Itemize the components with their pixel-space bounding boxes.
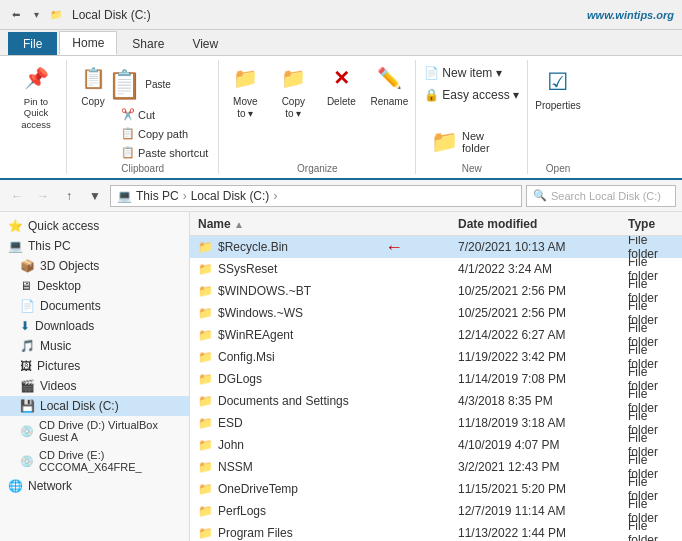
- new-item-button[interactable]: 📄 New item ▾: [420, 64, 523, 82]
- paste-shortcut-button[interactable]: 📋 Paste shortcut: [117, 144, 212, 161]
- new-folder-button[interactable]: 📁 New folder: [420, 127, 500, 157]
- sidebar-item-desktop[interactable]: 🖥 Desktop: [0, 276, 189, 296]
- file-name-text: DGLogs: [218, 372, 262, 386]
- copypaste-content: 📋 Copy 📋 Paste ✂️ Cut 📋 Copy path 📋: [73, 60, 212, 161]
- cd-drive-e-label: CD Drive (E:) CCCOMA_X64FRE_: [39, 449, 181, 473]
- nav-back-button[interactable]: ←: [6, 185, 28, 207]
- title-bar-text: Local Disk (C:): [72, 8, 151, 22]
- table-row[interactable]: 📁 $Recycle.Bin ← 7/20/2021 10:13 AM File…: [190, 236, 682, 258]
- file-date-cell: 4/10/2019 4:07 PM: [450, 438, 620, 452]
- sidebar-item-quick-access[interactable]: ⭐ Quick access: [0, 216, 189, 236]
- paste-button[interactable]: 📋 Paste: [117, 64, 161, 104]
- file-date-cell: 7/20/2021 10:13 AM: [450, 240, 620, 254]
- table-row[interactable]: 📁 $Windows.~WS 10/25/2021 2:56 PM File f…: [190, 302, 682, 324]
- sort-arrow: ▲: [234, 219, 244, 230]
- nav-forward-button[interactable]: →: [32, 185, 54, 207]
- ribbon-group-new: 📄 New item ▾ 🔒 Easy access ▾ 📁 New folde…: [416, 60, 528, 174]
- easy-access-button[interactable]: 🔒 Easy access ▾: [420, 86, 523, 104]
- sidebar-item-downloads[interactable]: ⬇ Downloads: [0, 316, 189, 336]
- tab-file[interactable]: File: [8, 32, 57, 55]
- col-type-header[interactable]: Type: [620, 217, 682, 231]
- properties-button[interactable]: ☑ Properties: [532, 64, 584, 114]
- table-row[interactable]: 📁 $WinREAgent 12/14/2022 6:27 AM File fo…: [190, 324, 682, 346]
- back-icon: ⬅: [8, 7, 24, 23]
- file-name-text: $WinREAgent: [218, 328, 293, 342]
- sidebar-item-music[interactable]: 🎵 Music: [0, 336, 189, 356]
- col-name-header[interactable]: Name ▲: [190, 217, 450, 231]
- nav-recent-button[interactable]: ▼: [84, 185, 106, 207]
- col-date-header[interactable]: Date modified: [450, 217, 620, 231]
- copy-icon: 📋: [77, 62, 109, 94]
- table-row[interactable]: 📁 Config.Msi 11/19/2022 3:42 PM File fol…: [190, 346, 682, 368]
- sidebar-item-documents[interactable]: 📄 Documents: [0, 296, 189, 316]
- address-path[interactable]: 💻 This PC › Local Disk (C:) ›: [110, 185, 522, 207]
- table-row[interactable]: 📁 PerfLogs 12/7/2019 11:14 AM File folde…: [190, 500, 682, 522]
- table-row[interactable]: 📁 OneDriveTemp 11/15/2021 5:20 PM File f…: [190, 478, 682, 500]
- file-name-cell: 📁 $WINDOWS.~BT: [190, 284, 450, 298]
- sidebar-item-videos[interactable]: 🎬 Videos: [0, 376, 189, 396]
- title-bar-icons: ⬅ ▾ 📁: [8, 7, 64, 23]
- sidebar: ⭐ Quick access 💻 This PC 📦 3D Objects 🖥 …: [0, 212, 190, 541]
- copy-to-button[interactable]: 📁 Copy to ▾: [271, 60, 315, 122]
- network-icon: 🌐: [8, 479, 23, 493]
- table-row[interactable]: 📁 Documents and Settings 4/3/2018 8:35 P…: [190, 390, 682, 412]
- local-disk-c-icon: 💾: [20, 399, 35, 413]
- table-row[interactable]: 📁 SSysReset 4/1/2022 3:24 AM File folder: [190, 258, 682, 280]
- cut-icon: ✂️: [121, 108, 135, 121]
- nav-up-button[interactable]: ↑: [58, 185, 80, 207]
- sidebar-item-pictures[interactable]: 🖼 Pictures: [0, 356, 189, 376]
- file-name-text: PerfLogs: [218, 504, 266, 518]
- sidebar-item-cd-drive-d[interactable]: 💿 CD Drive (D:) VirtualBox Guest A: [0, 416, 189, 446]
- table-row[interactable]: 📁 NSSM 3/2/2021 12:43 PM File folder: [190, 456, 682, 478]
- file-date-cell: 11/15/2021 5:20 PM: [450, 482, 620, 496]
- tab-share[interactable]: Share: [119, 32, 177, 55]
- move-to-button[interactable]: 📁 Move to ▾: [223, 60, 267, 122]
- delete-icon: ✕: [325, 62, 357, 94]
- file-name-text: Program Files: [218, 526, 293, 540]
- table-row[interactable]: 📁 $WINDOWS.~BT 10/25/2021 2:56 PM File f…: [190, 280, 682, 302]
- delete-button[interactable]: ✕ Delete: [319, 60, 363, 110]
- path-this-pc: This PC: [136, 189, 179, 203]
- ribbon-group-copypaste: 📋 Copy 📋 Paste ✂️ Cut 📋 Copy path 📋: [67, 60, 219, 174]
- file-name-cell: 📁 SSysReset: [190, 262, 450, 276]
- this-pc-icon: 💻: [8, 239, 23, 253]
- music-icon: 🎵: [20, 339, 35, 353]
- sidebar-item-this-pc[interactable]: 💻 This PC: [0, 236, 189, 256]
- desktop-label: Desktop: [37, 279, 81, 293]
- folder-icon: 📁: [198, 372, 213, 386]
- forward-icon: ▾: [28, 7, 44, 23]
- table-row[interactable]: 📁 DGLogs 11/14/2019 7:08 PM File folder: [190, 368, 682, 390]
- cd-drive-d-label: CD Drive (D:) VirtualBox Guest A: [39, 419, 181, 443]
- rename-button[interactable]: ✏️ Rename: [367, 60, 411, 110]
- path-end: ›: [273, 189, 277, 203]
- table-row[interactable]: 📁 ESD 11/18/2019 3:18 AM File folder: [190, 412, 682, 434]
- folder-icon: 📁: [198, 262, 213, 276]
- table-row[interactable]: 📁 Program Files 11/13/2022 1:44 PM File …: [190, 522, 682, 541]
- clipboard-label2: Clipboard: [121, 161, 164, 174]
- search-box[interactable]: 🔍 Search Local Disk (C:): [526, 185, 676, 207]
- sidebar-item-3d-objects[interactable]: 📦 3D Objects: [0, 256, 189, 276]
- folder-icon-tb: 📁: [48, 7, 64, 23]
- tab-home[interactable]: Home: [59, 31, 117, 55]
- sidebar-item-network[interactable]: 🌐 Network: [0, 476, 189, 496]
- cut-button[interactable]: ✂️ Cut: [117, 106, 212, 123]
- sidebar-item-local-disk-c[interactable]: 💾 Local Disk (C:): [0, 396, 189, 416]
- new-label: New: [420, 161, 523, 174]
- copy-path-label: Copy path: [138, 128, 188, 140]
- table-row[interactable]: 📁 John 4/10/2019 4:07 PM File folder: [190, 434, 682, 456]
- file-name-text: $Windows.~WS: [218, 306, 303, 320]
- tab-view[interactable]: View: [179, 32, 231, 55]
- file-name-text: $WINDOWS.~BT: [218, 284, 311, 298]
- file-list: Name ▲ Date modified Type 📁 $Recycle.Bin…: [190, 212, 682, 541]
- folder-icon: 📁: [198, 284, 213, 298]
- file-name-cell: 📁 Documents and Settings: [190, 394, 450, 408]
- sidebar-item-cd-drive-e[interactable]: 💿 CD Drive (E:) CCCOMA_X64FRE_: [0, 446, 189, 476]
- pin-to-quick-access-button[interactable]: 📌 Pin to Quick access: [12, 60, 60, 132]
- copy-path-button[interactable]: 📋 Copy path: [117, 125, 212, 142]
- organize-label: Organize: [297, 161, 338, 174]
- paste-icon: 📋: [107, 68, 142, 101]
- rename-label: Rename: [370, 96, 408, 108]
- move-label: Move to ▾: [233, 96, 257, 120]
- ribbon-group-clipboard: 📌 Pin to Quick access: [6, 60, 67, 174]
- file-name-cell: 📁 Config.Msi: [190, 350, 450, 364]
